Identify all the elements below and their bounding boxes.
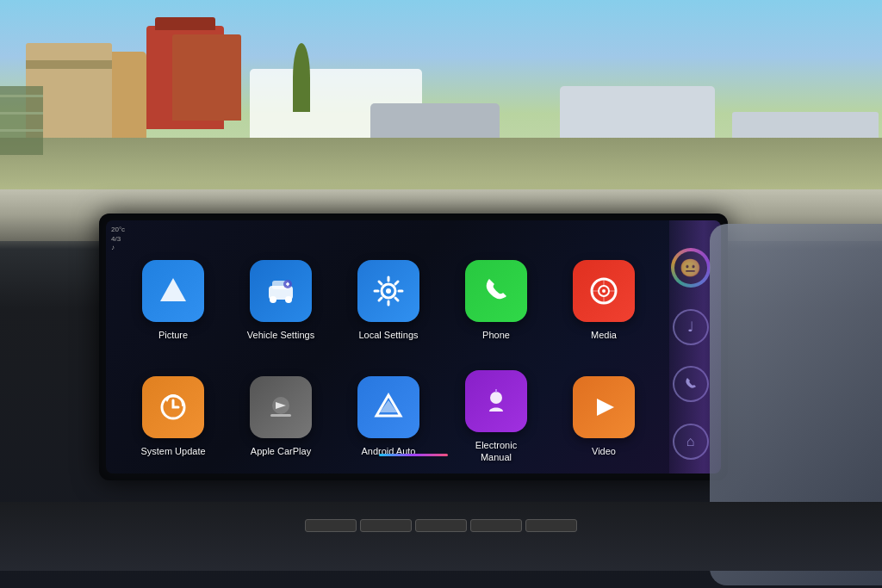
face-button-outer: 😐	[671, 248, 711, 288]
app-grid: Picture Vehicle Settings	[115, 238, 666, 473]
bottom-accent-bar	[379, 454, 448, 456]
right-sidebar: 😐 ♩ ⌂	[667, 238, 714, 470]
app-video[interactable]: Video	[552, 361, 655, 473]
home-button[interactable]: ⌂	[673, 424, 709, 460]
system-update-label: System Update	[140, 445, 205, 457]
app-apple-carplay[interactable]: Apple CarPlay	[229, 361, 332, 473]
face-button-container[interactable]: 😐	[671, 248, 711, 288]
system-update-icon	[142, 376, 204, 438]
picture-icon	[142, 260, 204, 322]
temperature-display: 20°c	[111, 226, 163, 234]
vent-5	[525, 519, 577, 532]
app-picture[interactable]: Picture	[121, 244, 225, 356]
vent-3	[415, 519, 467, 532]
svg-point-10	[602, 289, 606, 293]
manual-icon	[465, 370, 527, 432]
phone-icon	[465, 260, 527, 322]
svg-point-3	[285, 296, 292, 303]
svg-point-18	[490, 392, 502, 404]
picture-label: Picture	[158, 329, 188, 341]
vehicle-settings-label: Vehicle Settings	[247, 329, 314, 341]
app-electronic-manual[interactable]: Electronic Manual	[444, 361, 548, 473]
app-system-update[interactable]: System Update	[121, 361, 225, 473]
svg-point-7	[386, 288, 391, 294]
vent-4	[470, 519, 522, 532]
svg-marker-0	[160, 278, 186, 301]
vents	[0, 502, 882, 532]
local-settings-label: Local Settings	[358, 329, 418, 341]
vehicle-settings-icon	[250, 260, 312, 322]
road	[0, 138, 882, 189]
app-local-settings[interactable]: Local Settings	[337, 244, 440, 356]
carplay-icon	[250, 376, 312, 438]
vent-1	[305, 519, 357, 532]
android-auto-icon	[357, 376, 419, 438]
video-icon	[573, 376, 635, 438]
svg-rect-15	[270, 414, 291, 417]
phone-label: Phone	[482, 329, 510, 341]
face-button-inner: 😐	[674, 251, 707, 284]
video-label: Video	[592, 445, 616, 457]
fence-rail-2	[0, 112, 43, 115]
svg-marker-20	[597, 399, 614, 416]
media-icon	[573, 260, 635, 322]
svg-point-2	[270, 296, 276, 303]
fence-rail-3	[0, 129, 43, 132]
phone-sidebar-icon	[683, 375, 699, 393]
music-icon: ♩	[687, 319, 694, 335]
vent-2	[360, 519, 412, 532]
building-roof-2	[155, 17, 215, 30]
carplay-label: Apple CarPlay	[251, 445, 311, 457]
media-label: Media	[591, 329, 617, 341]
phone-sidebar-button[interactable]	[673, 366, 709, 402]
building-roof-1	[26, 60, 112, 69]
fence-rail	[0, 95, 43, 97]
home-icon: ⌂	[686, 434, 695, 449]
infotainment-screen: 20°c 4/3 ♪ Picture	[106, 220, 721, 473]
building-2	[146, 26, 224, 129]
street-background	[0, 0, 882, 189]
local-settings-icon	[357, 260, 419, 322]
face-icon: 😐	[680, 257, 701, 278]
app-media[interactable]: Media	[552, 244, 655, 356]
screen-bezel: 20°c 4/3 ♪ Picture	[99, 214, 728, 480]
manual-label: Electronic Manual	[462, 439, 531, 464]
app-phone[interactable]: Phone	[444, 244, 548, 356]
vent-area	[0, 502, 882, 571]
app-vehicle-settings[interactable]: Vehicle Settings	[229, 244, 332, 356]
music-button[interactable]: ♩	[673, 309, 709, 345]
tree-1	[293, 43, 310, 112]
